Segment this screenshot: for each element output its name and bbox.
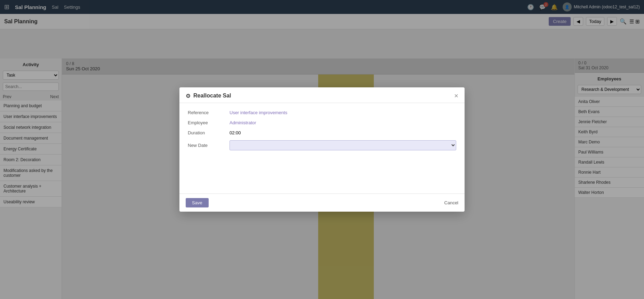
modal-footer: Save Cancel — [179, 194, 465, 212]
duration-row: Duration 02:00 — [188, 130, 456, 135]
new-date-row: New Date — [188, 140, 456, 150]
reference-value: User interface improvements — [230, 110, 456, 115]
reference-link[interactable]: User interface improvements — [230, 110, 287, 115]
modal-icon: ⚙ — [186, 93, 191, 99]
reference-label: Reference — [188, 110, 230, 115]
duration-value: 02:00 — [230, 130, 456, 135]
employee-label: Employee — [188, 120, 230, 125]
employee-value: Administrator — [230, 120, 456, 125]
new-date-select[interactable] — [230, 140, 456, 150]
employee-link[interactable]: Administrator — [230, 120, 256, 125]
modal-close-button[interactable]: × — [454, 92, 458, 99]
new-date-label: New Date — [188, 143, 230, 148]
duration-label: Duration — [188, 130, 230, 135]
cancel-button[interactable]: Cancel — [444, 200, 458, 205]
employee-row: Employee Administrator — [188, 120, 456, 125]
new-date-field — [230, 140, 456, 150]
save-button[interactable]: Save — [186, 198, 209, 207]
modal-overlay[interactable]: ⚙ Reallocate Sal × Reference User interf… — [0, 0, 644, 299]
reference-row: Reference User interface improvements — [188, 110, 456, 115]
modal-body: Reference User interface improvements Em… — [179, 103, 465, 194]
reallocate-modal: ⚙ Reallocate Sal × Reference User interf… — [179, 87, 465, 212]
modal-header: ⚙ Reallocate Sal × — [179, 87, 465, 103]
modal-title: Reallocate Sal — [193, 93, 451, 99]
